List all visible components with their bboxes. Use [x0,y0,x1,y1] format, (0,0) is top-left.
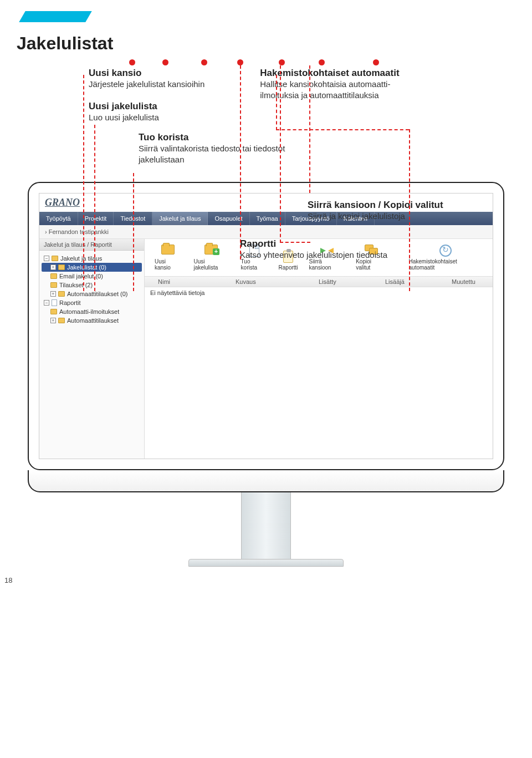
connector-line [409,129,410,291]
folder-icon [52,256,58,261]
btn-label: Uusi jakelulista [193,258,229,271]
empty-state: Ei näytettäviä tietoja [145,287,493,298]
callouts-top: Uusi kansio Järjestele jakelulistat kans… [89,68,515,124]
folder-icon [161,245,175,255]
callout-uusi-kansio: Uusi kansio Järjestele jakelulistat kans… [89,68,204,90]
callout-desc: Katso yhteenveto jakelulistojen tiedoist… [240,250,387,261]
connector-line [280,65,281,243]
callout-tuo-korista: Tuo korista Siirrä valintakorista tiedos… [139,132,515,166]
sidebar-tree: − Jakelut ja tilaus + Jakelulistat (0) E… [39,251,144,328]
col-muutettu[interactable]: Muutettu [447,277,493,287]
callout-raportti: Raportti Katso yhteenveto jakelulistojen… [240,238,387,261]
folder-icon [50,309,57,314]
tree-label: Jakelut ja tilaus [60,255,102,262]
tree-label: Tilaukset (2) [59,282,93,288]
tree-rap-tilaukset[interactable]: + Automaattitilaukset [42,316,142,325]
callout-desc: Luo uusi jakelulista [89,112,204,123]
col-lisatty[interactable]: Lisätty [314,277,381,287]
col-kuvaus[interactable]: Kuvaus [231,277,314,287]
tree-label: Jakelulistat (0) [67,264,106,271]
connector-line [280,242,310,243]
btn-uusi-jakelulista[interactable]: + Uusi jakelulista [193,245,229,271]
folder-icon [58,291,65,297]
callout-title: Siirrä kansioon / Kopioi valitut [308,200,443,211]
tree-root-raportit[interactable]: − Raportit [42,298,142,307]
tree-label: Automaatti-ilmoitukset [59,308,119,315]
connector-line [309,65,310,193]
connector-line [133,173,134,291]
monitor-stand-foot [188,559,344,567]
tree-root-jakelut[interactable]: − Jakelut ja tilaus [42,254,142,263]
highlight-dot [279,59,285,65]
callout-title: Raportti [240,238,387,250]
connector-line [276,129,409,130]
folder-icon [58,318,65,323]
btn-uusi-kansio[interactable]: Uusi kansio [155,245,182,271]
btn-label: Uusi kansio [155,258,182,271]
sidebar: Jakelut ja tilaus / Raportit − Jakelut j… [39,239,145,459]
connector-line [83,75,84,291]
page-number: 18 [4,576,12,584]
callout-title: Hakemistokohtaiset automaatit [260,68,415,79]
col-lisaaja[interactable]: Lisääjä [381,277,447,287]
collapse-icon[interactable]: − [44,300,49,306]
sidebar-header: Jakelut ja tilaus / Raportit [39,239,144,251]
connector-line [94,125,95,291]
nav-tyopoyta[interactable]: Työpöytä [39,212,78,225]
monitor-chin [28,470,504,492]
highlight-dot [129,59,135,65]
callout-siirra-kopioi: Siirrä kansioon / Kopioi valitut Siirrä … [308,200,443,222]
highlight-dot [373,59,379,65]
highlight-dot [201,59,207,65]
callout-title: Uusi kansio [89,68,204,79]
expand-icon[interactable]: + [50,318,56,323]
folder-plus-icon: + [204,245,218,255]
callout-uusi-jakelulista: Uusi jakelulista Luo uusi jakelulista [89,101,204,123]
tree-automaattitilaukset[interactable]: + Automaattitilaukset (0) [42,289,142,298]
tree-label: Email jakelut (0) [59,273,103,279]
connector-line [276,75,277,130]
folder-icon [50,282,57,288]
highlight-dot [162,59,168,65]
tree-label: Automaattitilaukset [67,317,119,324]
callout-desc: Hallitse kansiokohtaisia automaatti-ilmo… [260,79,415,101]
highlight-dot [319,59,325,65]
callout-desc: Järjestele jakelulistat kansioihin [89,79,204,90]
tree-label: Automaattitilaukset (0) [67,291,127,297]
tree-email[interactable]: Email jakelut (0) [42,272,142,281]
highlight-dot [237,59,243,65]
expand-icon[interactable]: + [50,291,56,297]
collapse-icon[interactable]: − [44,256,49,261]
expand-icon[interactable]: + [50,264,56,270]
monitor-frame: GRANO Työpöytä Projektit Tiedostot Jakel… [28,182,504,470]
callout-title: Uusi jakelulista [89,101,204,112]
page-title: Jakelulistat [17,33,515,54]
col-nimi[interactable]: Nimi [154,277,231,287]
nav-osapuolet[interactable]: Osapuolet [208,212,249,225]
tree-jakelulistat[interactable]: + Jakelulistat (0) [42,263,142,272]
tree-tilaukset[interactable]: Tilaukset (2) [42,281,142,289]
tree-label: Raportit [59,299,81,306]
callout-title: Tuo korista [139,132,515,143]
nav-jakelut[interactable]: Jakelut ja tilaus [152,212,208,225]
tree-ilmoitukset[interactable]: Automaatti-ilmoitukset [42,307,142,316]
doc-icon [52,299,57,306]
sync-icon [439,245,452,257]
folder-icon [58,264,65,270]
callout-hakemisto: Hakemistokohtaiset automaatit Hallitse k… [260,68,415,101]
callout-desc: Siirrä valintakorista tiedosto tai tiedo… [139,143,294,166]
btn-hakemisto-automaatit[interactable]: Hakemistokohtaiset automaatit [409,245,483,271]
table-header: Nimi Kuvaus Lisätty Lisääjä Muutettu [145,276,493,287]
connector-line [240,65,241,260]
accent-bar [19,11,92,22]
btn-label: Hakemistokohtaiset automaatit [409,258,483,271]
folder-icon [50,273,57,279]
monitor-stand-neck [241,492,291,559]
callout-desc: Siirrä ja kopioi jakelulistoja [308,211,443,222]
